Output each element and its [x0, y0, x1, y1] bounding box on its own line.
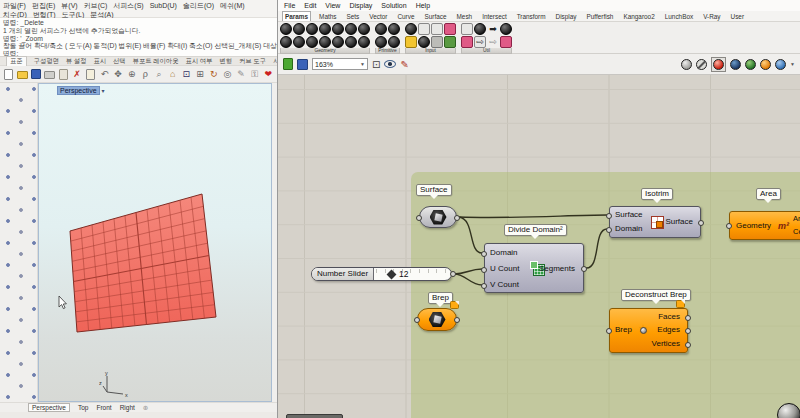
zoom-dynamic-icon[interactable]: ρ	[140, 68, 152, 80]
param-icon[interactable]	[306, 23, 318, 35]
domain-input-knob[interactable]	[481, 251, 487, 257]
faces-output-knob[interactable]	[685, 315, 691, 321]
area-tag[interactable]: Area	[756, 188, 781, 200]
surface-input-knob[interactable]	[416, 215, 422, 221]
menu-file[interactable]: File	[284, 2, 295, 9]
toolbar-tab-viewport-layout[interactable]: 뷰포트 레이아웃	[133, 57, 179, 66]
param-icon[interactable]	[375, 36, 387, 48]
param-icon[interactable]	[332, 23, 344, 35]
copy-icon[interactable]	[58, 68, 70, 80]
param-icon[interactable]	[345, 36, 357, 48]
zoom-selected-icon[interactable]: ⊡	[181, 68, 193, 80]
param-icon[interactable]	[358, 23, 370, 35]
menu-item[interactable]: SubD(U)	[150, 2, 177, 9]
grid-icon[interactable]: ⊞	[194, 68, 206, 80]
menu-item[interactable]: 서피스(S)	[113, 2, 143, 9]
tab-kangaroo2[interactable]: Kangaroo2	[621, 12, 656, 21]
param-icon[interactable]	[293, 36, 305, 48]
tab-display[interactable]: Display	[554, 12, 579, 21]
vertices-output-knob[interactable]	[685, 342, 691, 348]
print-icon[interactable]	[44, 68, 56, 80]
param-icon[interactable]	[405, 36, 417, 48]
grasshopper-canvas[interactable]: Surface Divide Domain² Domain U Count V …	[278, 75, 800, 418]
param-icon[interactable]	[461, 23, 473, 35]
param-icon[interactable]	[444, 36, 456, 48]
menu-item[interactable]: 편집(E)	[32, 2, 55, 9]
menu-item[interactable]: 분석(A)	[90, 11, 113, 18]
isotrim-tag[interactable]: Isotrim	[641, 188, 673, 200]
debrep-input-knob[interactable]	[606, 328, 612, 334]
disable-preview-icon[interactable]	[696, 59, 707, 70]
viewport-tab-right[interactable]: Right	[120, 404, 135, 411]
ucount-input-knob[interactable]	[481, 267, 487, 273]
param-icon[interactable]	[500, 36, 512, 48]
new-file-icon[interactable]	[3, 68, 15, 80]
param-icon[interactable]	[418, 36, 430, 48]
menu-item[interactable]: 도구(L)	[62, 11, 85, 18]
param-icon[interactable]	[332, 36, 344, 48]
param-icon[interactable]	[474, 23, 486, 35]
divide-domain-node[interactable]: Domain U Count V Count Segments	[484, 243, 584, 293]
param-icon[interactable]	[280, 23, 292, 35]
tab-vector[interactable]: Vector	[367, 12, 389, 21]
menu-item[interactable]: 파일(F)	[3, 2, 26, 9]
param-icon[interactable]	[388, 36, 400, 48]
isotrim-surface-knob[interactable]	[606, 213, 612, 219]
menu-edit[interactable]: Edit	[304, 2, 316, 9]
param-icon[interactable]	[431, 36, 443, 48]
slider-grip-icon[interactable]	[387, 270, 397, 280]
toolbar-tab-display[interactable]: 표시	[93, 57, 106, 66]
lock-icon[interactable]: ⚿	[249, 68, 261, 80]
paste-icon[interactable]	[85, 68, 97, 80]
param-icon[interactable]	[500, 23, 512, 35]
delete-icon[interactable]: ✗	[71, 68, 83, 80]
menu-item[interactable]: 솔리드(O)	[183, 2, 214, 9]
zoom-window-icon[interactable]: ⌕	[153, 68, 165, 80]
perspective-viewport[interactable]: Perspective ▾ y x z	[38, 83, 272, 402]
layer-icon[interactable]: ❤	[262, 68, 274, 80]
warning-badge-icon[interactable]	[676, 300, 685, 308]
viewport-tab-perspective[interactable]: Perspective	[28, 403, 70, 412]
open-file-icon[interactable]	[17, 68, 29, 80]
pan-icon[interactable]: ✥	[112, 68, 124, 80]
param-icon[interactable]	[444, 23, 456, 35]
warning-badge-icon[interactable]	[450, 301, 459, 309]
rotate-view-icon[interactable]: ↻	[208, 68, 220, 80]
undo-icon[interactable]: ↶	[99, 68, 111, 80]
toolbar-tab-cplane[interactable]: 구성평면	[34, 57, 59, 66]
brep-output-knob[interactable]	[454, 317, 460, 323]
tab-curve[interactable]: Curve	[395, 12, 416, 21]
component-group[interactable]	[411, 172, 800, 418]
edges-output-knob[interactable]	[685, 328, 691, 334]
isotrim-node[interactable]: Surface Domain Surface	[609, 206, 701, 238]
param-icon[interactable]	[388, 23, 400, 35]
new-definition-icon[interactable]	[283, 58, 293, 70]
preview-eye-icon[interactable]	[384, 60, 396, 68]
param-icon[interactable]	[319, 23, 331, 35]
toolbar-tab-standard[interactable]: 표준	[6, 56, 27, 66]
param-icon[interactable]	[293, 23, 305, 35]
tab-intersect[interactable]: Intersect	[480, 12, 509, 21]
zoom-extents-icon[interactable]: ⌂	[167, 68, 179, 80]
tab-vray[interactable]: V-Ray	[701, 12, 722, 21]
shaded-preview-selected[interactable]	[711, 57, 726, 72]
shade-icon[interactable]: ◎	[222, 68, 234, 80]
menu-solution[interactable]: Solution	[381, 2, 406, 9]
tab-pufferfish[interactable]: Pufferfish	[585, 12, 616, 21]
vcount-input-knob[interactable]	[481, 283, 487, 289]
shaded-mode-icon[interactable]	[745, 59, 756, 70]
brep-param-node[interactable]	[417, 308, 457, 331]
toolbar-tab-select[interactable]: 선택	[113, 57, 126, 66]
slider-output-knob[interactable]	[450, 271, 456, 277]
isotrim-output-knob[interactable]	[698, 220, 704, 226]
tab-surface[interactable]: Surface	[423, 12, 449, 21]
wireframe-preview-icon[interactable]	[730, 59, 741, 70]
brep-input-knob[interactable]	[414, 317, 420, 323]
param-icon[interactable]	[405, 23, 417, 35]
surface-output-knob[interactable]	[454, 215, 460, 221]
param-icon[interactable]: ➡	[487, 23, 499, 35]
param-icon[interactable]	[358, 36, 370, 48]
menu-view[interactable]: View	[325, 2, 340, 9]
menu-item[interactable]: 변형(T)	[33, 11, 56, 18]
save-icon[interactable]	[30, 68, 42, 80]
